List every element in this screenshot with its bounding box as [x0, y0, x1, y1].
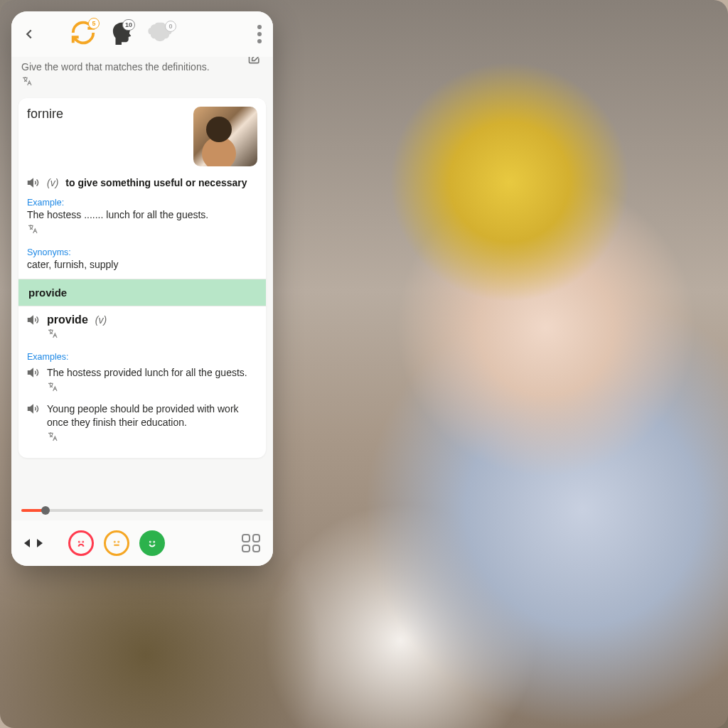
prompt-text: Give the word that matches the definitio… — [21, 61, 263, 73]
example-row: Young people should be provided with wor… — [18, 400, 266, 431]
example-2: Young people should be provided with wor… — [47, 402, 257, 429]
edit-icon[interactable] — [247, 57, 262, 68]
translate-icon[interactable] — [18, 431, 266, 454]
rating-buttons — [68, 530, 165, 556]
translate-icon[interactable] — [18, 328, 266, 348]
part-of-speech: (v) — [47, 177, 58, 188]
answer-pos: (v) — [95, 314, 107, 326]
brain-badge: 0 — [165, 21, 176, 32]
example-1: The hostess provided lunch for all the g… — [47, 366, 247, 380]
brain-stat[interactable]: 0 — [146, 22, 173, 46]
refresh-badge: 5 — [88, 18, 100, 29]
top-bar: 5 10 0 — [11, 11, 273, 57]
example-label: Example: — [18, 193, 266, 209]
head-badge: 10 — [122, 19, 135, 31]
word-image[interactable] — [193, 107, 257, 166]
speaker-icon[interactable] — [27, 314, 40, 326]
prompt-row: Give the word that matches the definitio… — [11, 57, 273, 95]
app-screen: 5 10 0 Give the word that matches the de… — [11, 11, 273, 566]
svg-point-6 — [154, 542, 154, 542]
example-text: The hostess ....... lunch for all the gu… — [18, 209, 266, 223]
rating-happy[interactable] — [139, 530, 165, 556]
svg-point-0 — [79, 542, 80, 542]
translate-icon[interactable] — [18, 223, 266, 243]
grid-button[interactable] — [242, 534, 260, 552]
refresh-stat[interactable]: 5 — [70, 19, 97, 49]
bottom-bar — [11, 520, 273, 566]
definition-card: fornire (v) to give something useful or … — [18, 98, 266, 458]
speaker-icon[interactable] — [27, 366, 40, 379]
translate-icon[interactable] — [18, 381, 266, 395]
definition-text: to give something useful or necessary — [65, 177, 247, 188]
back-button[interactable] — [21, 26, 37, 42]
synonyms-label: Synonyms: — [18, 243, 266, 259]
rating-sad[interactable] — [68, 530, 94, 556]
more-menu[interactable] — [257, 25, 263, 43]
svg-point-3 — [118, 542, 119, 542]
content-area: Give the word that matches the definitio… — [11, 57, 273, 503]
nav-arrows[interactable] — [24, 538, 43, 548]
rating-neutral[interactable] — [104, 530, 129, 556]
speaker-icon[interactable] — [27, 402, 40, 415]
svg-point-1 — [82, 542, 83, 542]
translate-icon[interactable] — [21, 75, 263, 90]
head-stat[interactable]: 10 — [111, 21, 132, 48]
svg-point-2 — [114, 542, 115, 542]
progress-bar[interactable] — [11, 503, 273, 520]
synonyms-text: cater, furnish, supply — [18, 259, 266, 279]
example-row: The hostess provided lunch for all the g… — [18, 363, 266, 381]
speaker-icon[interactable] — [27, 176, 40, 189]
answer-bar: provide — [18, 279, 266, 306]
source-word: fornire — [27, 107, 63, 122]
examples-label: Examples: — [18, 348, 266, 363]
svg-point-5 — [150, 542, 151, 542]
answer-word: provide — [47, 314, 88, 326]
